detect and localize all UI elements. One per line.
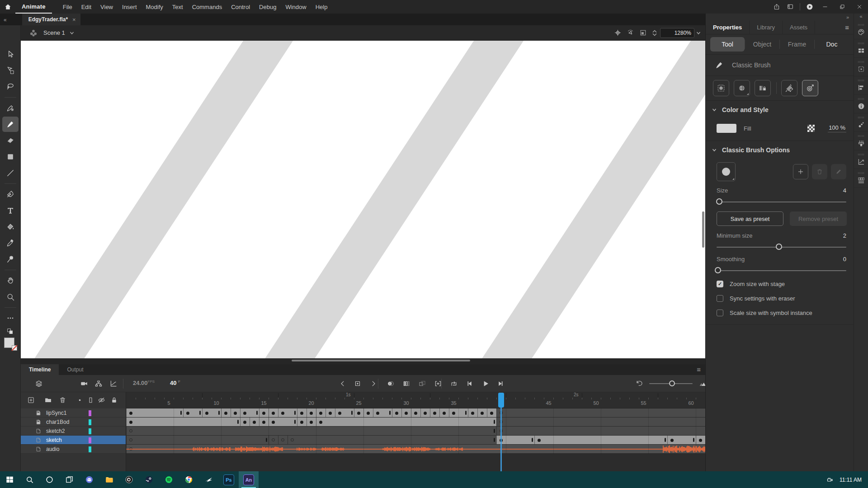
keyframe-dot[interactable]: [224, 412, 227, 415]
keyframe-dot[interactable]: [357, 412, 360, 415]
keyframe-dot[interactable]: [471, 412, 474, 415]
asset-warp-tool[interactable]: [2, 252, 19, 267]
layer-row-char1Bod[interactable]: char1Bod: [21, 418, 126, 427]
add-folder-icon[interactable]: [44, 396, 52, 404]
mode-tool[interactable]: Tool: [710, 37, 745, 52]
keyframe-dot[interactable]: [253, 421, 256, 424]
app-menu-animate[interactable]: Animate: [15, 0, 52, 14]
keyframe-dot[interactable]: [338, 412, 341, 415]
line-tool[interactable]: [2, 165, 19, 181]
collapse-panels-icon[interactable]: «: [854, 14, 868, 21]
layer-color-chip[interactable]: [89, 428, 91, 434]
frames-audio[interactable]: [126, 445, 705, 454]
smoothing-value[interactable]: 0: [843, 256, 846, 263]
camera-icon[interactable]: [79, 378, 90, 389]
tab-close-icon[interactable]: ×: [72, 16, 76, 23]
taskbar-photoshop[interactable]: Ps: [219, 471, 239, 488]
stage-vscrollbar[interactable]: [702, 211, 704, 248]
minimum-size-slider[interactable]: [706, 241, 854, 253]
layer-row-audio[interactable]: audio: [21, 445, 126, 454]
section-brush-options[interactable]: Classic Brush Options: [706, 141, 854, 159]
panel-color-drops-icon[interactable]: [854, 113, 868, 132]
keyframe-dot[interactable]: [433, 412, 436, 415]
empty-keyframe[interactable]: [129, 438, 132, 441]
stage-zoom-input[interactable]: 1280%: [660, 28, 694, 38]
menu-insert[interactable]: Insert: [118, 4, 142, 10]
panel-motion-graph-icon[interactable]: [854, 150, 868, 169]
layer-row-sketch2[interactable]: sketch2: [21, 427, 126, 436]
taskbar-search[interactable]: [20, 471, 40, 488]
playhead[interactable]: [498, 393, 504, 408]
hand-tool[interactable]: [2, 273, 19, 288]
mode-frame[interactable]: Frame: [780, 41, 814, 48]
keyframe-dot[interactable]: [538, 439, 541, 442]
keyframe-dot[interactable]: [300, 421, 303, 424]
layer-row-lipSync1[interactable]: lipSync1: [21, 408, 126, 418]
tab-output[interactable]: Output: [59, 364, 91, 375]
panel-menu-icon[interactable]: ≡: [697, 366, 701, 373]
swap-colors-icon[interactable]: [2, 326, 19, 336]
frames-sketch2[interactable]: [126, 427, 705, 436]
object-drawing-mode-button[interactable]: [713, 80, 729, 96]
keyframe-dot[interactable]: [300, 412, 303, 415]
menu-edit[interactable]: Edit: [77, 4, 96, 10]
minimize-button[interactable]: [816, 0, 834, 14]
brush-tip-button[interactable]: [717, 162, 736, 181]
keyframe-dot[interactable]: [262, 421, 265, 424]
panel-color-palette-icon[interactable]: [854, 21, 868, 39]
document-tab[interactable]: EdgyTrader.fla* ×: [22, 14, 80, 25]
taskbar-obs[interactable]: [119, 471, 139, 488]
rotate-view-icon[interactable]: [624, 27, 637, 39]
fill-stroke-color-control[interactable]: [4, 338, 16, 350]
keyframe-dot[interactable]: [699, 439, 702, 442]
keyframe-dot[interactable]: [367, 412, 370, 415]
layer-color-chip[interactable]: [89, 446, 91, 452]
center-stage-icon[interactable]: [611, 27, 624, 39]
keyframe-dot[interactable]: [329, 412, 332, 415]
edit-multiple-icon[interactable]: [417, 378, 428, 389]
menu-control[interactable]: Control: [226, 4, 255, 10]
collapse-left-icon[interactable]: «: [0, 17, 10, 25]
fps-indicator[interactable]: 24.00FPS: [133, 380, 155, 386]
hierarchy-icon[interactable]: [93, 378, 104, 389]
lock-all-icon[interactable]: [110, 396, 118, 404]
smoothing-slider[interactable]: [706, 265, 854, 277]
outline-color-icon[interactable]: [76, 396, 84, 404]
frames-lipSync1[interactable]: [126, 408, 705, 418]
text-tool[interactable]: [2, 203, 19, 218]
selection-tool[interactable]: [2, 47, 19, 62]
menu-view[interactable]: View: [96, 4, 118, 10]
keyframe-dot[interactable]: [281, 412, 284, 415]
subselection-tool[interactable]: [2, 63, 19, 78]
panel-brush-library-icon[interactable]: [854, 132, 868, 150]
center-frame-icon[interactable]: [352, 378, 363, 389]
minimum-size-value[interactable]: 2: [843, 232, 846, 239]
layer-color-chip[interactable]: [89, 437, 91, 443]
keyframe-dot[interactable]: [234, 412, 237, 415]
keyframe-dot[interactable]: [405, 412, 408, 415]
keyframe-dot[interactable]: [452, 412, 455, 415]
lock-fill-button[interactable]: [755, 80, 771, 96]
taskbar-discord[interactable]: [80, 471, 99, 488]
onion-outline-icon[interactable]: [401, 378, 412, 389]
highlight-column-icon[interactable]: [87, 396, 94, 404]
taskbar-spotify[interactable]: [159, 471, 179, 488]
keyframe-dot[interactable]: [670, 439, 674, 442]
add-layer-icon[interactable]: [27, 396, 35, 404]
panel-info-icon[interactable]: [854, 95, 868, 113]
frame-ruler[interactable]: 51015202530354045505560: [126, 398, 705, 408]
usb-device-icon[interactable]: [826, 476, 834, 483]
layer-row-sketch[interactable]: sketch: [21, 436, 126, 445]
timeline-zoom-slider[interactable]: [649, 383, 693, 384]
menu-help[interactable]: Help: [311, 4, 332, 10]
remove-preset-button[interactable]: Remove preset: [790, 211, 847, 226]
size-slider[interactable]: [706, 196, 854, 208]
keyframe-dot[interactable]: [243, 412, 246, 415]
eraser-tool[interactable]: [2, 133, 19, 148]
empty-keyframe[interactable]: [281, 438, 284, 441]
taskbar-file-explorer[interactable]: [99, 471, 119, 488]
empty-keyframe[interactable]: [272, 438, 275, 441]
keyframe-dot[interactable]: [129, 421, 132, 424]
keyframe-dot[interactable]: [272, 421, 275, 424]
checkbox-scale-size-with-symbol-instance[interactable]: Scale size with symbol instance: [706, 305, 854, 320]
